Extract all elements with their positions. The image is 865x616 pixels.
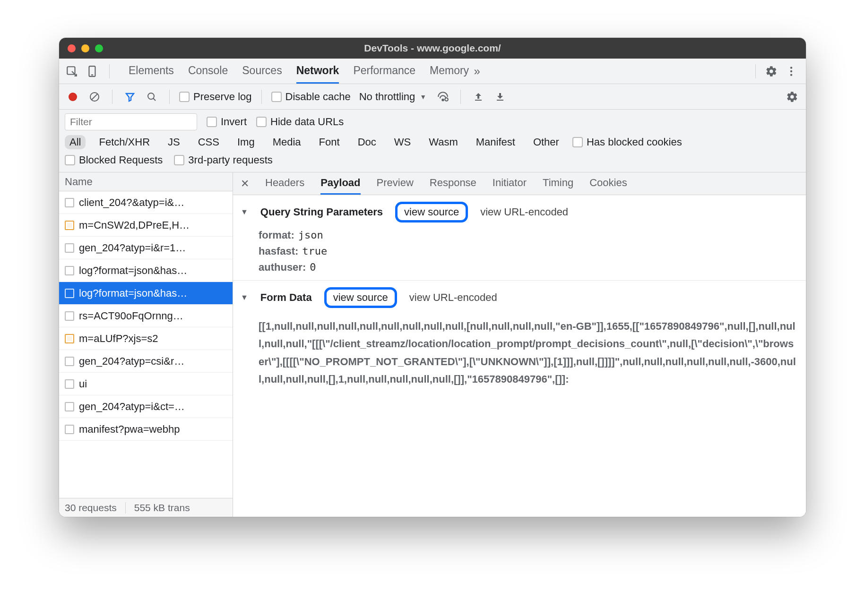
minimize-window-button[interactable] [81, 44, 89, 52]
filter-input[interactable] [65, 113, 197, 130]
disclosure-triangle-icon[interactable]: ▼ [241, 208, 248, 216]
maximize-window-button[interactable] [95, 44, 103, 52]
svg-line-7 [92, 94, 97, 100]
request-name: manifest?pwa=webhp [79, 423, 180, 436]
download-har-icon[interactable] [492, 89, 508, 105]
blocked-requests-checkbox[interactable]: Blocked Requests [65, 154, 163, 166]
request-row[interactable]: log?format=json&has… [59, 259, 233, 282]
svg-rect-12 [475, 100, 482, 101]
type-filter-img[interactable]: Img [233, 135, 260, 149]
type-filter-doc[interactable]: Doc [353, 135, 381, 149]
svg-point-4 [790, 70, 792, 72]
type-filter-css[interactable]: CSS [193, 135, 224, 149]
type-filter-js[interactable]: JS [163, 135, 185, 149]
detail-tab-headers[interactable]: Headers [265, 172, 304, 195]
request-name: gen_204?atyp=i&r=1… [79, 242, 186, 254]
main-content: Name client_204?&atyp=i&…m=CnSW2d,DPreE,… [59, 172, 806, 517]
panel-tab-elements[interactable]: Elements [129, 59, 174, 84]
network-settings-icon[interactable] [784, 89, 800, 105]
third-party-checkbox[interactable]: 3rd-party requests [174, 154, 273, 166]
kebab-menu-icon[interactable] [783, 63, 799, 79]
detail-tab-timing[interactable]: Timing [543, 172, 573, 195]
qsp-view-url-encoded-link[interactable]: view URL-encoded [480, 206, 568, 218]
close-details-icon[interactable]: ✕ [241, 178, 249, 190]
detail-tab-response[interactable]: Response [430, 172, 476, 195]
requests-column-header[interactable]: Name [59, 172, 233, 191]
network-conditions-icon[interactable] [435, 89, 451, 105]
detail-tab-preview[interactable]: Preview [377, 172, 414, 195]
request-row[interactable]: manifest?pwa=webhp [59, 418, 233, 441]
request-row[interactable]: ui [59, 373, 233, 395]
panel-tab-memory[interactable]: Memory [430, 59, 469, 84]
chevron-down-icon: ▼ [420, 93, 426, 101]
has-blocked-cookies-checkbox[interactable]: Has blocked cookies [572, 136, 682, 148]
request-name: ui [79, 378, 87, 390]
panel-tab-performance[interactable]: Performance [353, 59, 415, 84]
request-name: m=CnSW2d,DPreE,H… [79, 219, 190, 231]
form-data-body: [[1,null,null,null,null,null,null,null,n… [233, 313, 806, 398]
form-data-view-source-link[interactable]: view source [324, 287, 397, 308]
invert-label: Invert [221, 116, 247, 128]
preserve-log-label: Preserve log [193, 91, 252, 103]
request-row[interactable]: gen_204?atyp=i&ct=… [59, 395, 233, 418]
request-name: log?format=json&has… [79, 265, 187, 277]
panel-tab-network[interactable]: Network [296, 59, 339, 84]
titlebar: DevTools - www.google.com/ [59, 38, 806, 59]
request-name: gen_204?atyp=csi&r… [79, 355, 184, 368]
request-row[interactable]: client_204?&atyp=i&… [59, 191, 233, 214]
clear-button[interactable] [86, 89, 103, 105]
more-panels-button[interactable]: » [469, 63, 485, 79]
separator [109, 64, 110, 78]
request-row[interactable]: m=CnSW2d,DPreE,H… [59, 214, 233, 237]
search-icon[interactable] [144, 89, 160, 105]
type-filter-manifest[interactable]: Manifest [471, 135, 520, 149]
query-param-key: format: [259, 229, 294, 241]
detail-tab-cookies[interactable]: Cookies [589, 172, 627, 195]
detail-tab-initiator[interactable]: Initiator [493, 172, 527, 195]
svg-point-5 [790, 74, 792, 76]
blocked-requests-label: Blocked Requests [79, 154, 163, 166]
request-row[interactable]: log?format=json&has… [59, 282, 233, 305]
filter-toggle-icon[interactable] [122, 89, 138, 105]
device-toggle-icon[interactable] [85, 63, 101, 79]
traffic-lights [59, 44, 103, 52]
disclosure-triangle-icon[interactable]: ▼ [241, 293, 248, 302]
upload-har-icon[interactable] [470, 89, 486, 105]
query-param-value: true [302, 245, 327, 257]
type-filter-ws[interactable]: WS [389, 135, 415, 149]
detail-tab-payload[interactable]: Payload [320, 172, 360, 195]
invert-checkbox[interactable]: Invert [207, 116, 247, 128]
hide-data-urls-checkbox[interactable]: Hide data URLs [256, 116, 344, 128]
request-row[interactable]: gen_204?atyp=i&r=1… [59, 237, 233, 259]
type-filter-fetch-xhr[interactable]: Fetch/XHR [94, 135, 155, 149]
svg-point-11 [445, 98, 449, 101]
inspect-element-icon[interactable] [64, 63, 80, 79]
qsp-view-source-link[interactable]: view source [395, 202, 468, 222]
preserve-log-checkbox[interactable]: Preserve log [179, 91, 252, 103]
type-filter-all[interactable]: All [65, 135, 86, 149]
throttling-dropdown[interactable]: No throttling ▼ [356, 91, 429, 103]
type-filter-wasm[interactable]: Wasm [424, 135, 463, 149]
record-button[interactable] [65, 89, 81, 105]
request-row[interactable]: m=aLUfP?xjs=s2 [59, 327, 233, 350]
disable-cache-checkbox[interactable]: Disable cache [271, 91, 351, 103]
separator [169, 90, 170, 104]
request-row[interactable]: rs=ACT90oFqOrnng… [59, 305, 233, 327]
svg-point-3 [790, 67, 792, 68]
requests-sidebar: Name client_204?&atyp=i&…m=CnSW2d,DPreE,… [59, 172, 233, 517]
disable-cache-label: Disable cache [285, 91, 351, 103]
close-window-button[interactable] [68, 44, 76, 52]
panel-tab-console[interactable]: Console [188, 59, 228, 84]
document-file-icon [65, 243, 74, 253]
request-row[interactable]: gen_204?atyp=csi&r… [59, 350, 233, 373]
hide-data-urls-label: Hide data URLs [270, 116, 344, 128]
document-file-icon [65, 379, 74, 389]
type-filter-font[interactable]: Font [314, 135, 345, 149]
qsp-section-header[interactable]: ▼ Query String Parameters view source vi… [233, 195, 806, 227]
settings-icon[interactable] [763, 63, 779, 79]
type-filter-other[interactable]: Other [528, 135, 564, 149]
form-data-section-header[interactable]: ▼ Form Data view source view URL-encoded [233, 281, 806, 313]
type-filter-media[interactable]: Media [268, 135, 306, 149]
panel-tab-sources[interactable]: Sources [242, 59, 282, 84]
form-data-view-url-encoded-link[interactable]: view URL-encoded [409, 291, 497, 304]
